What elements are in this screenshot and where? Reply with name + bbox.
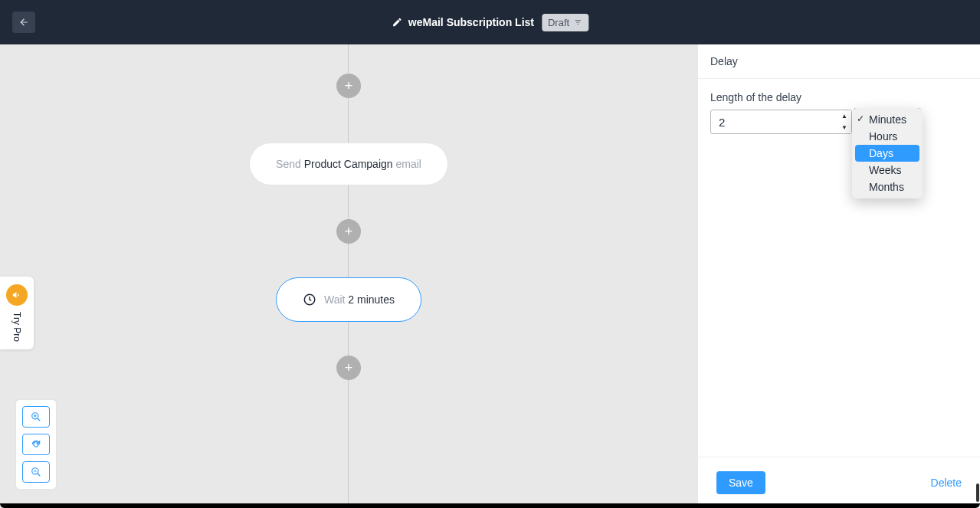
connector-line — [349, 44, 349, 74]
send-prefix: Send — [276, 158, 304, 170]
zoom-out-button[interactable] — [22, 461, 50, 483]
flow-column: + Send Product Campaign email + Wait 2 m… — [249, 44, 448, 508]
stepper-down-button[interactable]: ▼ — [837, 122, 851, 133]
page-title-wrap: weMail Subscription List — [392, 16, 534, 28]
sidebar-title: Delay — [698, 44, 980, 79]
properties-sidebar: Delay Length of the delay ▲ ▼ Minutes Ho… — [697, 44, 980, 508]
status-badge-label: Draft — [548, 17, 569, 28]
connector-line — [349, 185, 349, 219]
unit-option-months[interactable]: Months — [852, 179, 923, 195]
sidebar-footer: Save Delete — [698, 457, 980, 508]
megaphone-icon — [6, 284, 28, 306]
delay-number-wrap: ▲ ▼ — [710, 110, 852, 134]
sidebar-body: Length of the delay ▲ ▼ Minutes Hours Da… — [698, 79, 980, 457]
add-step-button[interactable]: + — [336, 74, 361, 98]
add-step-button[interactable]: + — [336, 219, 361, 244]
status-badge[interactable]: Draft — [542, 14, 588, 31]
header-center: weMail Subscription List Draft — [392, 14, 588, 31]
unit-option-weeks[interactable]: Weeks — [852, 162, 923, 179]
refresh-icon — [31, 439, 41, 450]
zoom-in-icon — [31, 411, 41, 422]
unit-option-hours[interactable]: Hours — [852, 128, 923, 145]
send-name: Product Campaign — [304, 158, 393, 170]
svg-line-6 — [38, 474, 41, 477]
unit-option-days[interactable]: Days — [855, 145, 919, 162]
filter-icon — [573, 18, 582, 26]
try-pro-button[interactable]: Try Pro — [0, 277, 34, 349]
send-email-node[interactable]: Send Product Campaign email — [249, 143, 448, 185]
back-button[interactable] — [12, 11, 35, 33]
stepper-up-button[interactable]: ▲ — [837, 110, 851, 122]
zoom-in-button[interactable] — [22, 406, 50, 428]
app-header: weMail Subscription List Draft — [0, 0, 980, 44]
wait-prefix: Wait — [324, 293, 348, 306]
connector-line — [349, 244, 349, 277]
wait-value: 2 minutes — [348, 293, 395, 306]
send-suffix: email — [393, 158, 421, 170]
connector-line — [349, 322, 349, 356]
delay-number-input[interactable] — [710, 110, 852, 134]
zoom-reset-button[interactable] — [22, 434, 50, 455]
scrollbar-track[interactable] — [975, 44, 980, 503]
unit-option-minutes[interactable]: Minutes — [852, 111, 923, 128]
flow-canvas[interactable]: + Send Product Campaign email + Wait 2 m… — [0, 44, 697, 508]
zoom-controls — [15, 399, 57, 490]
window-bottom-edge — [0, 503, 980, 508]
connector-line — [349, 380, 349, 508]
wait-node[interactable]: Wait 2 minutes — [276, 277, 421, 322]
page-title: weMail Subscription List — [408, 16, 534, 28]
add-step-button[interactable]: + — [336, 356, 361, 380]
pencil-icon — [392, 17, 402, 28]
arrow-left-icon — [18, 17, 29, 28]
length-label: Length of the delay — [710, 91, 968, 103]
wait-node-text: Wait 2 minutes — [324, 293, 395, 306]
zoom-out-icon — [31, 467, 41, 477]
clock-icon — [303, 293, 316, 306]
svg-line-2 — [38, 418, 41, 421]
connector-line — [349, 98, 349, 143]
send-email-node-text: Send Product Campaign email — [276, 158, 421, 170]
unit-dropdown-menu: Minutes Hours Days Weeks Months — [852, 108, 923, 198]
delete-button[interactable]: Delete — [931, 477, 962, 489]
save-button[interactable]: Save — [716, 471, 765, 494]
scrollbar-thumb[interactable] — [976, 483, 979, 502]
try-pro-label: Try Pro — [11, 312, 22, 342]
